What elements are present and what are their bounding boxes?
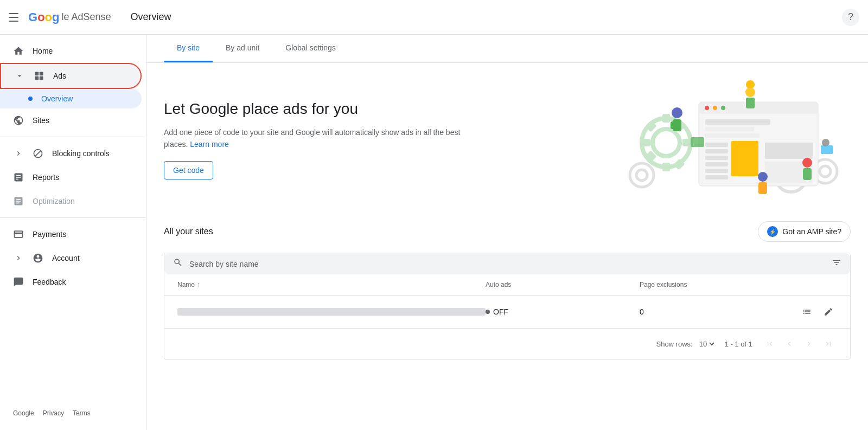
svg-rect-35	[765, 143, 813, 159]
tab-by-ad-unit[interactable]: By ad unit	[213, 35, 272, 62]
page-excl-value: 0	[640, 307, 794, 316]
sidebar-reports-label: Reports	[33, 173, 129, 182]
sidebar-item-payments[interactable]: Payments	[0, 222, 142, 246]
table-row: OFF 0	[164, 296, 850, 329]
svg-point-37	[672, 107, 682, 118]
page-nav	[761, 335, 837, 352]
edit-action-button[interactable]	[820, 303, 837, 320]
rows-per-page-select[interactable]: 10 25 50	[697, 339, 716, 349]
layout: Home Ads Overview Sites	[0, 35, 868, 430]
hero-text: Let Google place ads for you Add one pie…	[164, 100, 462, 180]
tabs-bar: By site By ad unit Global settings	[146, 35, 868, 63]
pagination: Show rows: 10 25 50 1 - 1 of 1	[164, 329, 850, 359]
svg-point-23	[713, 106, 717, 110]
svg-point-14	[630, 163, 654, 187]
adsense-logo-text: le AdSense	[61, 11, 111, 23]
svg-rect-30	[705, 149, 728, 153]
sites-header: All your sites ⚡ Got an AMP site?	[164, 221, 851, 242]
col-header-auto-ads: Auto ads	[486, 281, 640, 288]
sidebar-divider-2	[0, 217, 146, 218]
footer-privacy-link[interactable]: Privacy	[43, 409, 64, 417]
sites-icon	[13, 115, 24, 126]
last-page-button[interactable]	[820, 335, 837, 352]
svg-rect-8	[642, 139, 650, 146]
page-info: 1 - 1 of 1	[725, 340, 752, 348]
table-header: Name ↑ Auto ads Page exclusions	[164, 274, 850, 296]
google-g-logo: Goog	[28, 10, 59, 24]
sidebar-account-label: Account	[52, 254, 129, 262]
svg-rect-34	[705, 175, 728, 179]
page-title: Overview	[131, 11, 171, 23]
chart-action-button[interactable]	[798, 303, 815, 320]
svg-rect-26	[705, 127, 754, 131]
filter-icon[interactable]	[832, 258, 841, 270]
auto-ads-value: OFF	[486, 307, 640, 316]
sidebar-sites-label: Sites	[33, 116, 129, 125]
sidebar-item-sites[interactable]: Sites	[0, 108, 142, 132]
expand-ads-icon	[14, 70, 25, 81]
svg-rect-7	[662, 163, 670, 171]
svg-rect-29	[705, 143, 728, 147]
sites-table-container: Name ↑ Auto ads Page exclusions OFF	[164, 253, 851, 360]
sidebar-home-label: Home	[33, 47, 129, 55]
svg-rect-43	[746, 98, 755, 108]
svg-rect-39	[671, 121, 675, 129]
svg-rect-3	[40, 76, 43, 80]
help-button[interactable]: ?	[842, 9, 859, 26]
sidebar-item-home[interactable]: Home	[0, 39, 142, 63]
svg-rect-6	[662, 114, 670, 123]
topbar: Goog le AdSense Overview ?	[0, 0, 868, 35]
next-page-button[interactable]	[800, 335, 818, 352]
expand-account-icon	[13, 253, 24, 264]
svg-rect-25	[705, 119, 770, 125]
sidebar-item-account[interactable]: Account	[0, 246, 142, 270]
svg-point-44	[758, 172, 768, 182]
payments-icon	[13, 229, 24, 240]
sort-icon[interactable]: ↑	[197, 281, 200, 288]
sidebar-payments-label: Payments	[33, 230, 129, 239]
sidebar-item-reports[interactable]: Reports	[0, 165, 142, 189]
hero-illustration	[612, 80, 851, 200]
svg-point-5	[653, 129, 680, 156]
svg-point-42	[745, 87, 755, 97]
footer-terms-link[interactable]: Terms	[73, 409, 91, 417]
search-bar	[164, 253, 850, 274]
sidebar-ads-label: Ads	[53, 72, 127, 80]
footer-brand: Google	[13, 409, 34, 417]
col-header-page-excl: Page exclusions	[640, 281, 794, 288]
sidebar-divider-1	[0, 137, 146, 137]
menu-icon[interactable]	[9, 11, 22, 24]
hero-section: Let Google place ads for you Add one pie…	[164, 80, 851, 200]
prev-page-button[interactable]	[781, 335, 798, 352]
account-icon	[33, 253, 43, 264]
sidebar: Home Ads Overview Sites	[0, 35, 146, 430]
sidebar-subitem-overview[interactable]: Overview	[0, 89, 142, 108]
overview-dot	[28, 97, 33, 101]
tab-by-site[interactable]: By site	[164, 35, 213, 62]
site-name-blurred	[177, 308, 486, 316]
svg-point-50	[822, 139, 829, 146]
amp-button[interactable]: ⚡ Got an AMP site?	[758, 221, 851, 242]
sidebar-item-ads[interactable]: Ads	[0, 63, 142, 89]
get-code-button[interactable]: Get code	[164, 161, 213, 179]
amp-icon: ⚡	[767, 226, 778, 237]
ads-icon	[34, 70, 44, 81]
tab-global-settings[interactable]: Global settings	[272, 35, 349, 62]
feedback-icon	[13, 277, 24, 287]
svg-point-46	[802, 158, 812, 168]
svg-rect-32	[705, 162, 728, 166]
hero-title: Let Google place ads for you	[164, 100, 462, 118]
svg-rect-48	[691, 137, 704, 147]
sidebar-item-blocking-controls[interactable]: Blocking controls	[0, 142, 142, 165]
svg-rect-31	[705, 156, 728, 160]
learn-more-link[interactable]: Learn more	[190, 140, 229, 149]
sidebar-footer: Google Privacy Terms	[0, 401, 146, 426]
svg-rect-28	[731, 141, 758, 176]
sidebar-item-feedback[interactable]: Feedback	[0, 270, 142, 294]
svg-rect-45	[758, 182, 767, 194]
search-input[interactable]	[189, 260, 825, 268]
first-page-button[interactable]	[761, 335, 778, 352]
search-icon	[173, 258, 183, 270]
google-logo: Goog le AdSense	[28, 10, 111, 24]
sidebar-optimization-label: Optimization	[33, 197, 129, 206]
